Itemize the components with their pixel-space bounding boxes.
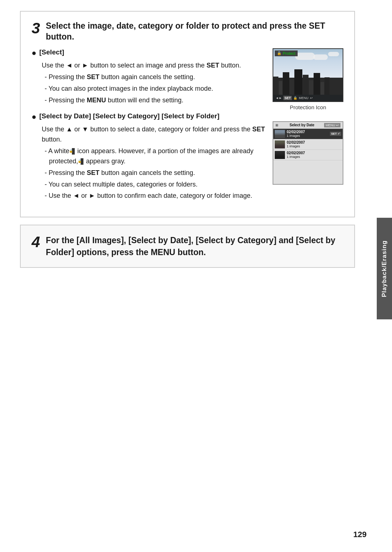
date-row-1: 02/02/2007 1 images SET ✓ (273, 129, 343, 139)
bldg1 (273, 77, 278, 95)
bldg8 (314, 73, 320, 95)
date-thumb-3 (275, 151, 285, 159)
protect-screen: 🔒 Protect (273, 48, 343, 102)
sidebar-tab-label: Playback/Erasing (381, 240, 388, 297)
step4-section: 4 For the [All Images], [Select by Date]… (20, 225, 355, 267)
select-title-text: [Select] (39, 48, 64, 56)
toolbar-arrows: ◄► (275, 96, 282, 100)
date-thumb-inner-3 (275, 151, 285, 159)
select-by-date-sub4: Use the ◄ or ► button to confirm each da… (42, 191, 265, 201)
select-content: Use the ◄ or ► button to select an image… (42, 61, 265, 106)
step3-right-col: 🔒 Protect (273, 48, 343, 185)
date-row-3: 02/02/2007 1 images (273, 150, 343, 160)
step4-number: 4 (32, 234, 40, 250)
bldg2 (279, 81, 282, 95)
date-val-3: 02/02/2007 (287, 151, 341, 155)
date-info-2: 02/02/2007 1 images (287, 140, 341, 148)
select-sub2: You can also protect images in the index… (42, 84, 265, 94)
grid-icon: ⊞ (275, 123, 278, 127)
select-by-date-text1: Use the ▲ or ▼ button to select a date, … (42, 124, 265, 145)
toolbar-menu: MENU (299, 96, 309, 100)
date-menu-btn: MENU ↩ (324, 123, 340, 127)
sidebar-tab: Playback/Erasing (377, 218, 392, 319)
img-count-3: 1 images (287, 155, 341, 159)
protection-icon-label: Protection Icon (273, 104, 343, 110)
date-thumb-1 (275, 130, 285, 138)
step3-title: Select the image, date, category or fold… (46, 21, 343, 42)
cityscape (273, 49, 343, 101)
date-info-1: 02/02/2007 1 images (287, 130, 328, 138)
protect-header: 🔒 Protect (275, 50, 298, 56)
bldg7 (309, 80, 313, 95)
toolbar-back: ↩ (310, 96, 313, 100)
step3-number: 3 (32, 21, 40, 36)
date-thumb-inner-1 (275, 130, 285, 138)
select-sub3: Pressing the MENU button will end the se… (42, 95, 265, 106)
bldg10 (324, 77, 330, 95)
select-by-date-sub2: Pressing the SET button again cancels th… (42, 168, 265, 178)
select-by-date-section: ● [Select by Date] [Select by Category] … (32, 112, 265, 201)
main-content: 3 Select the image, date, category or fo… (0, 0, 377, 279)
page-container: Playback/Erasing 3 Select the image, dat… (0, 0, 392, 552)
buildings (273, 61, 343, 95)
date-screen-title: Select by Date (290, 123, 314, 127)
date-thumb-2 (275, 140, 285, 148)
cloud1 (295, 53, 315, 60)
camera-toolbar: ◄► SET 🔒 MENU ↩ (273, 95, 343, 101)
select-by-date-title-text: [Select by Date] [Select by Category] [S… (39, 112, 219, 120)
bldg6 (303, 75, 309, 95)
select-section: ● [Select] Use the ◄ or ► button to sele… (32, 48, 265, 106)
img-count-1: 1 images (287, 134, 328, 138)
step4-header: 4 For the [All Images], [Select by Date]… (32, 234, 343, 258)
select-by-date-sub3: You can select multiple dates, categorie… (42, 180, 265, 190)
select-title: ● [Select] (32, 48, 265, 58)
protect-inline-icon: 🔒 (72, 148, 75, 155)
date-screen-container: ⊞ Select by Date MENU ↩ 02/02/2007 (273, 121, 343, 185)
bldg4 (290, 79, 294, 95)
date-screen: ⊞ Select by Date MENU ↩ 02/02/2007 (273, 121, 343, 185)
select-by-date-content: Use the ▲ or ▼ button to select a date, … (42, 124, 265, 201)
protect-icon-on: 🔒 (277, 51, 281, 55)
date-val-2: 02/02/2007 (287, 140, 341, 144)
select-text1: Use the ◄ or ► button to select an image… (42, 61, 265, 71)
step3-header: 3 Select the image, date, category or fo… (32, 21, 343, 42)
step3-left-col: ● [Select] Use the ◄ or ► button to sele… (32, 48, 265, 208)
protect-screen-container: 🔒 Protect (273, 48, 343, 110)
select-bullet-dot: ● (32, 48, 36, 58)
select-by-date-dot: ● (32, 112, 36, 122)
date-info-3: 02/02/2007 1 images (287, 151, 341, 159)
page-number: 129 (353, 530, 367, 539)
step3-body: ● [Select] Use the ◄ or ► button to sele… (32, 48, 343, 208)
protect-inline-icon-gray: 🔒 (81, 158, 83, 165)
date-thumb-inner-2 (275, 140, 285, 148)
bldg5 (294, 69, 302, 95)
cloud3 (328, 52, 339, 56)
img-count-2: 1 images (287, 144, 341, 148)
bldg9 (320, 82, 324, 95)
step3-section: 3 Select the image, date, category or fo… (20, 11, 355, 217)
date-header-row: ⊞ Select by Date MENU ↩ (273, 122, 343, 129)
protect-header-text: Protect (283, 51, 295, 56)
set-check-1: SET ✓ (330, 132, 341, 136)
step4-title: For the [All Images], [Select by Date], … (46, 234, 343, 258)
select-by-date-title: ● [Select by Date] [Select by Category] … (32, 112, 265, 122)
toolbar-protect-icon: 🔒 (293, 96, 297, 100)
date-row-2: 02/02/2007 1 images (273, 139, 343, 150)
cloud2 (313, 54, 328, 60)
select-sub1: Pressing the SET button again cancels th… (42, 72, 265, 82)
select-by-date-sub1: A white 🔒 icon appears. However, if a po… (42, 146, 265, 167)
toolbar-set: SET (283, 96, 292, 100)
date-val-1: 02/02/2007 (287, 130, 328, 134)
bldg3 (283, 72, 289, 95)
